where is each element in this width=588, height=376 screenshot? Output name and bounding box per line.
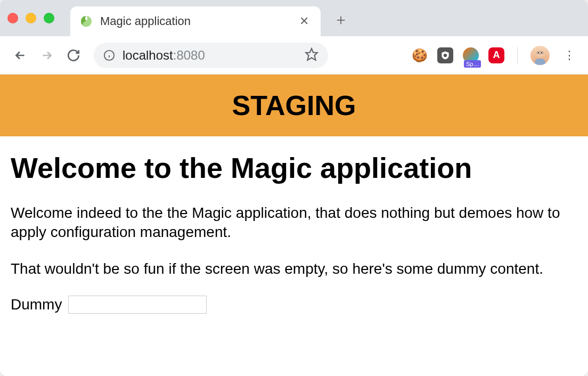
dev-extension-badge: Sp…	[464, 60, 481, 68]
toolbar-divider	[517, 47, 518, 64]
red-extension-icon[interactable]: A	[488, 47, 504, 63]
page-content: STAGING Welcome to the Magic application…	[0, 75, 588, 376]
page-body: Welcome to the Magic application Welcome…	[0, 136, 588, 329]
ublock-extension-icon[interactable]	[437, 47, 453, 63]
back-button[interactable]	[10, 45, 31, 66]
red-extension-label: A	[493, 50, 500, 61]
tab-strip: Magic application ✕ ＋	[0, 0, 588, 36]
address-bar[interactable]: localhost:8080	[94, 43, 328, 68]
svg-rect-5	[535, 59, 545, 65]
tab-title: Magic application	[100, 14, 297, 28]
close-window-button[interactable]	[7, 13, 18, 23]
page-paragraph-1: Welcome indeed to the the Magic applicat…	[11, 203, 577, 242]
close-tab-button[interactable]: ✕	[297, 14, 311, 28]
browser-window: Magic application ✕ ＋ localhost:8080	[0, 0, 588, 376]
window-controls	[7, 13, 54, 23]
page-paragraph-2: That wouldn't be so fun if the screen wa…	[11, 259, 577, 279]
browser-menu-button[interactable]: ⋮	[559, 48, 578, 62]
page-title: Welcome to the Magic application	[11, 151, 577, 184]
bookmark-star-icon[interactable]	[305, 47, 318, 63]
dev-extension-icon[interactable]: Sp…	[463, 47, 479, 63]
url-port: :8080	[173, 48, 205, 62]
minimize-window-button[interactable]	[26, 13, 36, 23]
environment-banner: STAGING	[0, 75, 588, 136]
spring-favicon-icon	[80, 15, 93, 28]
dummy-form-row: Dummy	[11, 296, 577, 314]
extensions-area: 🍪 Sp… A ⋮	[412, 46, 578, 65]
site-info-icon[interactable]	[103, 50, 115, 61]
svg-point-7	[541, 52, 542, 53]
dummy-input[interactable]	[68, 296, 207, 314]
reload-button[interactable]	[63, 45, 84, 66]
forward-button[interactable]	[36, 45, 58, 66]
browser-toolbar: localhost:8080 🍪 Sp… A ⋮	[0, 36, 588, 75]
new-tab-button[interactable]: ＋	[333, 10, 348, 30]
maximize-window-button[interactable]	[44, 13, 54, 23]
dummy-label: Dummy	[11, 296, 62, 313]
profile-avatar[interactable]	[530, 46, 550, 65]
svg-point-6	[538, 52, 539, 53]
svg-marker-3	[306, 48, 317, 60]
url-text: localhost:8080	[123, 48, 300, 63]
cookie-extension-icon[interactable]: 🍪	[412, 47, 428, 63]
browser-tab[interactable]: Magic application ✕	[70, 6, 321, 36]
url-host: localhost	[123, 48, 173, 62]
svg-point-4	[536, 50, 544, 57]
